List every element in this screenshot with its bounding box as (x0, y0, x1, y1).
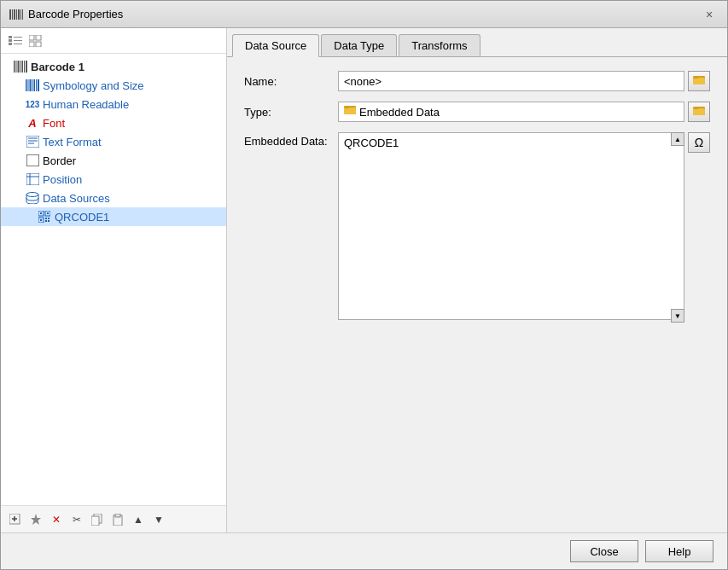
font-icon: A (25, 115, 40, 131)
scroll-up-button[interactable]: ▲ (671, 132, 684, 146)
svg-rect-3 (16, 9, 17, 20)
type-label: Type: (244, 106, 338, 119)
svg-rect-62 (344, 108, 356, 114)
textarea-container: ▲ ▼ (338, 132, 684, 323)
svg-rect-29 (36, 79, 37, 91)
svg-rect-5 (20, 9, 21, 20)
tabs-bar: Data Source Data Type Transforms (227, 28, 727, 57)
tree-item-font[interactable]: A Font (1, 113, 226, 132)
delete-button[interactable]: ✕ (47, 510, 66, 529)
paste-button[interactable] (108, 510, 127, 529)
close-button[interactable]: Close (570, 540, 638, 562)
move-down-button[interactable]: ▼ (149, 510, 168, 529)
svg-rect-55 (91, 516, 99, 526)
toolbar-btn-list[interactable] (6, 32, 25, 50)
svg-rect-36 (26, 173, 39, 185)
svg-rect-60 (694, 77, 698, 79)
dialog-footer: Close Help (1, 532, 727, 569)
tree-label-barcode1: Barcode 1 (31, 61, 84, 73)
border-icon (25, 153, 40, 168)
barcode-icon (13, 59, 28, 74)
type-browse-button[interactable] (688, 102, 710, 122)
svg-rect-46 (45, 218, 47, 219)
human-readable-icon: 123 (25, 96, 40, 112)
sparkle-button[interactable] (26, 510, 45, 529)
scrollbar-buttons: ▲ ▼ (671, 132, 684, 323)
svg-rect-66 (694, 108, 698, 109)
title-bar: Barcode Properties × (1, 1, 727, 28)
tree-label-symbology: Symbology and Size (43, 79, 144, 92)
position-icon (25, 172, 40, 187)
cut-button[interactable]: ✂ (67, 510, 86, 529)
tree-item-human-readable[interactable]: 123 Human Readable (1, 95, 226, 113)
tree-item-position[interactable]: Position (1, 170, 226, 189)
svg-rect-6 (22, 9, 23, 20)
type-icon (344, 106, 356, 119)
left-toolbar-top (1, 28, 226, 54)
left-toolbar-bottom: ✕ ✂ ▲ ▼ (1, 505, 226, 532)
omega-button[interactable]: Ω (688, 132, 710, 153)
type-input-wrap: Embedded Data (338, 102, 710, 122)
svg-rect-48 (45, 220, 47, 222)
svg-rect-26 (30, 79, 32, 91)
tree-label-human-readable: Human Readable (43, 98, 129, 111)
left-panel: Barcode 1 (1, 28, 227, 532)
tree-item-barcode1[interactable]: Barcode 1 (1, 57, 226, 76)
svg-rect-65 (693, 108, 705, 115)
tab-transforms[interactable]: Transforms (399, 34, 480, 56)
tree-item-qrcode1[interactable]: QRCODE1 (1, 207, 226, 226)
embedded-label: Embedded Data: (244, 132, 338, 148)
svg-rect-21 (22, 61, 24, 73)
svg-rect-4 (18, 9, 20, 20)
svg-rect-16 (36, 42, 41, 47)
svg-rect-22 (24, 61, 25, 73)
name-input-wrap (338, 71, 710, 91)
svg-rect-57 (115, 514, 120, 517)
add-button[interactable] (6, 510, 25, 529)
svg-marker-53 (31, 514, 41, 525)
toolbar-btn-grid[interactable] (26, 32, 45, 50)
tree-item-data-sources[interactable]: Data Sources (1, 189, 226, 207)
svg-rect-7 (9, 36, 12, 38)
svg-rect-13 (29, 35, 34, 40)
name-browse-button[interactable] (688, 71, 710, 91)
svg-rect-8 (9, 39, 12, 42)
title-bar-left: Barcode Properties (9, 8, 123, 21)
svg-rect-47 (48, 218, 50, 219)
svg-rect-11 (14, 40, 22, 41)
svg-rect-30 (38, 79, 39, 91)
svg-rect-25 (28, 79, 29, 91)
copy-button[interactable] (88, 510, 107, 529)
tree-label-text-format: Text Format (43, 136, 102, 148)
qrcode-icon (37, 209, 52, 224)
move-up-button[interactable]: ▲ (129, 510, 148, 529)
svg-rect-19 (18, 61, 20, 73)
svg-rect-31 (26, 136, 39, 148)
tree-item-symbology[interactable]: Symbology and Size (1, 76, 226, 95)
svg-rect-63 (345, 107, 349, 108)
tree-label-border: Border (43, 154, 76, 167)
svg-rect-10 (14, 37, 22, 38)
property-tree: Barcode 1 (1, 54, 226, 505)
tree-item-border[interactable]: Border (1, 151, 226, 170)
panel-content: Name: Type: (227, 57, 727, 532)
close-window-button[interactable]: × (700, 5, 719, 24)
dialog-barcode-properties: Barcode Properties × (0, 0, 728, 570)
svg-rect-20 (20, 61, 21, 73)
type-display: Embedded Data (338, 102, 684, 122)
embedded-data-textarea[interactable] (338, 132, 684, 320)
tab-data-source[interactable]: Data Source (232, 34, 319, 57)
type-row: Type: Embedded Data (244, 102, 710, 122)
data-sources-icon (25, 190, 40, 206)
scroll-down-button[interactable]: ▼ (671, 309, 684, 323)
help-button[interactable]: Help (645, 540, 713, 562)
svg-rect-18 (16, 61, 17, 73)
tab-data-type[interactable]: Data Type (321, 34, 397, 56)
name-input[interactable] (338, 71, 684, 91)
title-text: Barcode Properties (28, 8, 123, 20)
svg-rect-59 (693, 78, 705, 84)
svg-rect-1 (12, 9, 13, 20)
tree-item-text-format[interactable]: Text Format (1, 132, 226, 151)
svg-rect-23 (26, 61, 27, 73)
svg-rect-24 (26, 79, 27, 91)
